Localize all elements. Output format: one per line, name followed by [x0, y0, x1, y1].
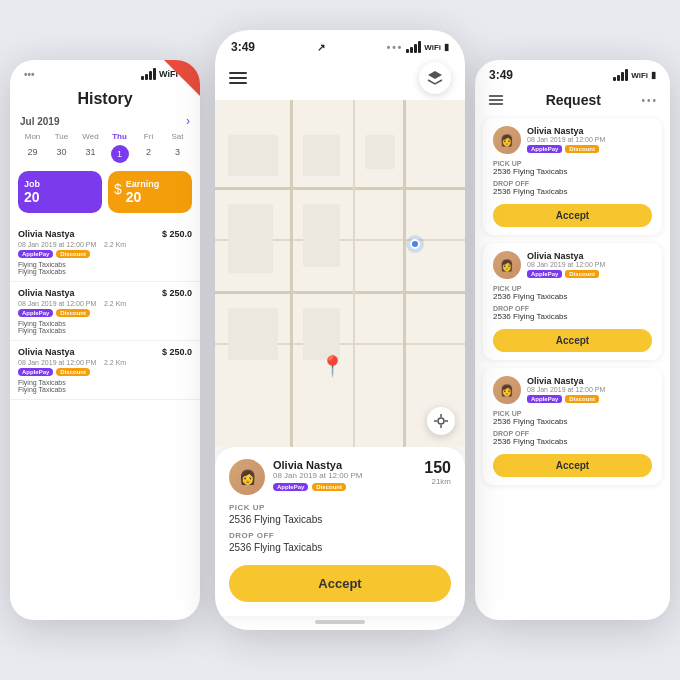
- map-road-v1: [290, 100, 293, 447]
- trip-tags-2: ApplePay Discount: [18, 368, 192, 376]
- map-block-2: [303, 135, 341, 177]
- stats-row: Job 20 $ Earning 20: [10, 165, 200, 219]
- phone-map: 3:49 ↗ ••• WiFi ▮: [215, 30, 465, 630]
- map-block-6: [228, 308, 278, 360]
- req-name-0: Olivia Nastya: [527, 126, 652, 136]
- req-dropoff-label-1: DROP OFF: [493, 305, 652, 312]
- calendar-next-arrow[interactable]: ›: [186, 114, 190, 128]
- req-accept-button-2[interactable]: Accept: [493, 454, 652, 477]
- req-info-0: Olivia Nastya 08 Jan 2019 at 12:00 PM Ap…: [527, 126, 652, 153]
- req-tag-applepay-0: ApplePay: [527, 145, 562, 153]
- time-center: 3:49: [231, 40, 255, 54]
- req-name-2: Olivia Nastya: [527, 376, 652, 386]
- cal-1-today[interactable]: 1: [111, 145, 129, 163]
- req-avatar-0: 👩: [493, 126, 521, 154]
- req-tag-discount-0: Discount: [565, 145, 599, 153]
- cal-day-mon: Mon: [18, 132, 47, 141]
- trip-card-center: 👩 Olivia Nastya 08 Jan 2019 at 12:00 PM …: [215, 447, 465, 616]
- req-accept-button-1[interactable]: Accept: [493, 329, 652, 352]
- map-block-7: [303, 308, 341, 360]
- trip-card-header: 👩 Olivia Nastya 08 Jan 2019 at 12:00 PM …: [229, 459, 451, 495]
- req-accept-button-0[interactable]: Accept: [493, 204, 652, 227]
- calendar-month: Jul 2019: [20, 116, 59, 127]
- dots-center: •••: [387, 42, 404, 53]
- cal-day-wed: Wed: [76, 132, 105, 141]
- req-pickup-addr-0: 2536 Flying Taxicabs: [493, 167, 652, 176]
- req-dropoff-label-2: DROP OFF: [493, 430, 652, 437]
- earning-stat-card: $ Earning 20: [108, 171, 192, 213]
- cal-29[interactable]: 29: [18, 145, 47, 163]
- battery-icon-center: ▮: [444, 42, 449, 52]
- pickup-label-center: PICK UP: [229, 503, 451, 512]
- dropoff-label-center: DROP OFF: [229, 531, 451, 540]
- req-pickup-label-1: PICK UP: [493, 285, 652, 292]
- svg-point-0: [438, 418, 444, 424]
- map-area: 📍: [215, 100, 465, 447]
- job-label: Job: [24, 179, 96, 189]
- map-layers-button[interactable]: [419, 62, 451, 94]
- map-road-v3: [403, 100, 406, 447]
- cal-3[interactable]: 3: [163, 145, 192, 163]
- dots-menu: •••: [24, 69, 35, 80]
- accept-button-center[interactable]: Accept: [229, 565, 451, 602]
- trip-price-0: $ 250.0: [162, 229, 192, 239]
- request-header: Request •••: [475, 86, 670, 114]
- req-tags-1: ApplePay Discount: [527, 270, 652, 278]
- center-tag-discount: Discount: [312, 483, 346, 491]
- screens-container: ••• WiFi ▮ History Jul 2019: [10, 20, 670, 660]
- cal-2[interactable]: 2: [134, 145, 163, 163]
- signal-icon: [141, 68, 156, 80]
- signal-icon-right: [613, 69, 628, 81]
- wifi-icon-right: WiFi: [631, 71, 648, 80]
- cal-31[interactable]: 31: [76, 145, 105, 163]
- req-dropoff-addr-1: 2536 Flying Taxicabs: [493, 312, 652, 321]
- status-icons-right: WiFi ▮: [613, 69, 656, 81]
- req-date-1: 08 Jan 2019 at 12:00 PM: [527, 261, 652, 268]
- calendar-days-header: Mon Tue Wed Thu Fri Sat: [10, 130, 200, 143]
- req-info-1: Olivia Nastya 08 Jan 2019 at 12:00 PM Ap…: [527, 251, 652, 278]
- request-list: 👩 Olivia Nastya 08 Jan 2019 at 12:00 PM …: [475, 114, 670, 620]
- earning-label: Earning: [126, 179, 160, 189]
- dropoff-2: Flying Taxicabs: [18, 386, 192, 393]
- trip-list-left: Olivia Nastya $ 250.0 08 Jan 2019 at 12:…: [10, 219, 200, 620]
- req-name-1: Olivia Nastya: [527, 251, 652, 261]
- trip-meta-1: 08 Jan 2019 at 12:00 PM 2.2 Km: [18, 300, 192, 307]
- trip-price-1: $ 250.0: [162, 288, 192, 298]
- pickup-addr-center: 2536 Flying Taxicabs: [229, 514, 451, 525]
- hamburger-right-button[interactable]: [489, 95, 503, 105]
- map-destination-pin: 📍: [320, 354, 345, 378]
- cal-30[interactable]: 30: [47, 145, 76, 163]
- req-avatar-1: 👩: [493, 251, 521, 279]
- request-card-2: 👩 Olivia Nastya 08 Jan 2019 at 12:00 PM …: [483, 368, 662, 485]
- trip-item-1: Olivia Nastya $ 250.0 08 Jan 2019 at 12:…: [10, 282, 200, 341]
- req-dropoff-addr-2: 2536 Flying Taxicabs: [493, 437, 652, 446]
- trip-tags-0: ApplePay Discount: [18, 250, 192, 258]
- trip-name-2: Olivia Nastya: [18, 347, 75, 357]
- req-date-2: 08 Jan 2019 at 12:00 PM: [527, 386, 652, 393]
- req-pickup-label-2: PICK UP: [493, 410, 652, 417]
- trip-date: 08 Jan 2019 at 12:00 PM: [273, 471, 416, 480]
- req-avatar-2: 👩: [493, 376, 521, 404]
- trip-name-0: Olivia Nastya: [18, 229, 75, 239]
- status-bar-right: 3:49 WiFi ▮: [475, 60, 670, 86]
- req-tag-discount-2: Discount: [565, 395, 599, 403]
- trip-tags-1: ApplePay Discount: [18, 309, 192, 317]
- tag-applepay-2: ApplePay: [18, 368, 53, 376]
- tag-discount-0: Discount: [56, 250, 90, 258]
- signal-icon-center: [406, 41, 421, 53]
- phone-history: ••• WiFi ▮ History Jul 2019: [10, 60, 200, 620]
- wifi-icon-center: WiFi: [424, 43, 441, 52]
- calendar-row: 29 30 31 1 2 3: [10, 143, 200, 165]
- cal-day-thu: Thu: [105, 132, 134, 141]
- request-card-0: 👩 Olivia Nastya 08 Jan 2019 at 12:00 PM …: [483, 118, 662, 235]
- trip-card-tags: ApplePay Discount: [273, 483, 416, 491]
- hamburger-menu-button[interactable]: [229, 72, 247, 84]
- trip-item-0: Olivia Nastya $ 250.0 08 Jan 2019 at 12:…: [10, 223, 200, 282]
- center-tag-applepay: ApplePay: [273, 483, 308, 491]
- pickup-0: Flying Taxicabs: [18, 261, 192, 268]
- locate-me-button[interactable]: [427, 407, 455, 435]
- trip-item-2: Olivia Nastya $ 250.0 08 Jan 2019 at 12:…: [10, 341, 200, 400]
- passenger-name: Olivia Nastya: [273, 459, 416, 471]
- status-icons-center: ••• WiFi ▮: [387, 41, 449, 53]
- phone-request: 3:49 WiFi ▮ Request •••: [475, 60, 670, 620]
